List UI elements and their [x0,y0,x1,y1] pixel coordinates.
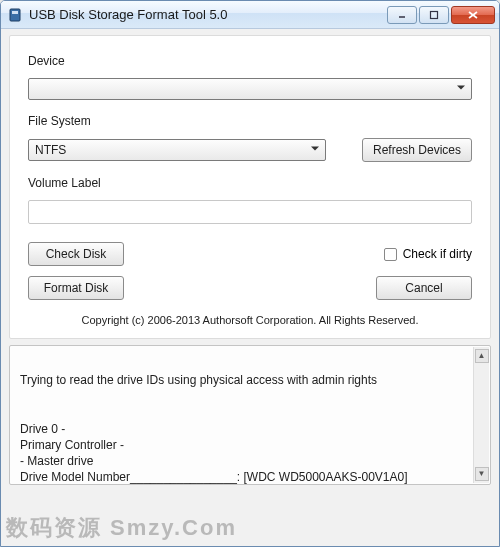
svg-rect-1 [12,11,18,14]
window-title: USB Disk Storage Format Tool 5.0 [29,7,385,22]
svg-rect-0 [10,9,20,21]
chevron-down-icon [455,82,467,97]
copyright-text: Copyright (c) 2006-2013 Authorsoft Corpo… [28,314,472,326]
log-panel[interactable]: Trying to read the drive IDs using physi… [9,345,491,485]
log-scrollbar[interactable]: ▲ ▼ [473,347,489,483]
chevron-down-icon [309,143,321,158]
minimize-button[interactable] [387,6,417,24]
log-text: Trying to read the drive IDs using physi… [20,373,408,485]
svg-rect-3 [431,11,438,18]
format-disk-button[interactable]: Format Disk [28,276,124,300]
check-if-dirty-label: Check if dirty [403,247,472,261]
cancel-button[interactable]: Cancel [376,276,472,300]
app-window: USB Disk Storage Format Tool 5.0 Device [0,0,500,547]
file-system-combo[interactable]: NTFS [28,139,326,161]
volume-label-label: Volume Label [28,176,472,190]
scroll-down-button[interactable]: ▼ [475,467,489,481]
app-icon [7,7,23,23]
titlebar[interactable]: USB Disk Storage Format Tool 5.0 [1,1,499,29]
check-if-dirty-wrap[interactable]: Check if dirty [384,247,472,261]
window-controls [385,6,495,24]
scroll-up-button[interactable]: ▲ [475,349,489,363]
file-system-label: File System [28,114,472,128]
maximize-button[interactable] [419,6,449,24]
refresh-devices-button[interactable]: Refresh Devices [362,138,472,162]
file-system-combo-value: NTFS [35,143,66,157]
close-button[interactable] [451,6,495,24]
device-combo[interactable] [28,78,472,100]
volume-label-input[interactable] [28,200,472,224]
main-panel: Device File System NTFS Refr [9,35,491,339]
client-area: Device File System NTFS Refr [1,29,499,546]
check-if-dirty-checkbox[interactable] [384,248,397,261]
check-disk-button[interactable]: Check Disk [28,242,124,266]
device-label: Device [28,54,472,68]
